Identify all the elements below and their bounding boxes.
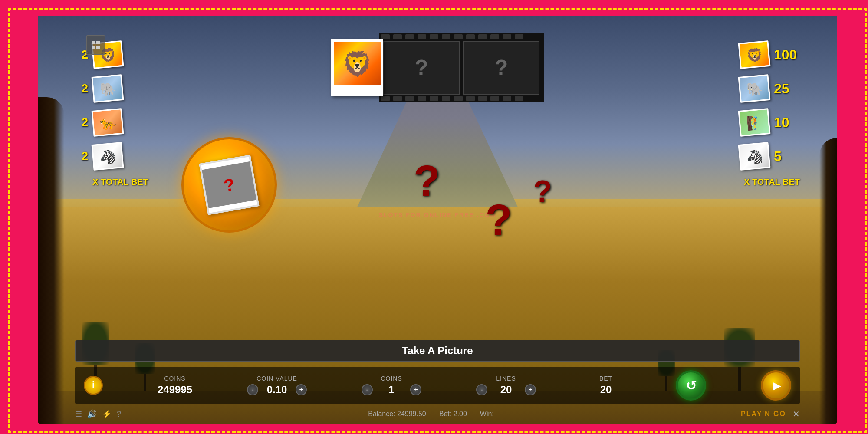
small-question-text: ?	[533, 174, 552, 208]
lion-photo: 🦁	[331, 39, 383, 96]
status-bar: ☰ 🔊 ⚡ ? Balance: 24999.50 Bet: 2.00 Win:	[75, 409, 800, 419]
right-elephant-symbol: 🐘	[740, 76, 769, 101]
coins-label: COINS	[164, 375, 185, 382]
right-symbol-card-human: 🧗	[738, 108, 771, 137]
bottom-bar: Take A Picture i COINS 249995 COIN VALUE…	[75, 340, 800, 404]
film-perforations-top	[379, 33, 544, 41]
right-lion-symbol: 🦁	[740, 42, 769, 67]
win-label: Win:	[480, 410, 494, 418]
bet-value: 20	[591, 384, 621, 396]
status-info: Balance: 24999.50 Bet: 2.00 Win:	[368, 410, 494, 418]
lines-row: - 20 +	[476, 384, 536, 396]
coin-value-plus[interactable]: +	[296, 384, 307, 395]
brand-logo: PLAY'N GO	[741, 410, 786, 418]
multiplier-4: 2	[75, 149, 88, 163]
right-paytable-row-2: 25 🐘	[713, 76, 800, 102]
right-symbol-card-elephant: 🐘	[738, 74, 771, 103]
bet-display: Bet: 2.00	[439, 410, 467, 418]
lines-group: LINES - 20 +	[476, 375, 536, 396]
paytable-row-4: 2 🦓	[75, 143, 162, 169]
x-total-bet-left: X TOTAL BET	[75, 177, 162, 187]
film-question-1: ?	[415, 55, 428, 80]
lines-plus[interactable]: +	[525, 384, 536, 395]
coin-value-row: - 0.10 +	[247, 384, 307, 396]
paytable-row-2: 2 🐘	[75, 76, 162, 102]
lines-value: 20	[491, 384, 521, 396]
coins2-row: - 1 +	[362, 384, 421, 396]
multiplier-2: 2	[75, 82, 88, 95]
symbol-card-elephant: 🐘	[92, 74, 124, 103]
film-question-2: ?	[495, 55, 508, 80]
pay-value-3: 10	[774, 115, 800, 131]
coins2-minus[interactable]: -	[362, 384, 373, 395]
right-human-symbol: 🧗	[740, 109, 769, 135]
take-picture-banner: Take A Picture	[75, 340, 800, 362]
symbol-card-leopard: 🐆	[92, 108, 124, 137]
spin-button[interactable]: ↺	[676, 370, 706, 401]
status-icons: ☰ 🔊 ⚡ ?	[75, 409, 121, 419]
game-container: SLOTS FOR ONLINE FREE .COM 🦁	[38, 16, 837, 424]
balance-value: 24999.50	[397, 410, 426, 418]
coin-value-label: COIN VALUE	[256, 375, 297, 382]
right-symbol-card-zebra: 🦓	[738, 142, 771, 171]
spin-icon: ↺	[686, 378, 697, 393]
menu-button[interactable]	[86, 35, 105, 55]
coins-value: 249995	[158, 384, 192, 396]
hamburger-icon[interactable]: ☰	[75, 409, 82, 419]
play-icon: ▶	[773, 379, 781, 392]
question-mark-large: ?	[414, 159, 440, 202]
leopard-symbol: 🐆	[93, 109, 122, 135]
right-symbol-card-lion: 🦁	[738, 40, 771, 69]
bet-status-value: 2.00	[454, 410, 467, 418]
pay-value-1: 100	[774, 47, 800, 63]
brand-area: PLAY'N GO ✕	[741, 409, 800, 419]
play-button[interactable]: ▶	[761, 370, 791, 401]
help-icon[interactable]: ?	[117, 410, 121, 419]
coin-value-value: 0.10	[262, 384, 292, 396]
left-paytable: 2 🦁 2 🐘 2 🐆 2 🦓	[75, 42, 162, 187]
film-frame-2: ?	[463, 41, 539, 95]
sound-icon[interactable]: 🔊	[87, 409, 97, 419]
coins-display: COINS 249995	[158, 375, 192, 396]
right-paytable-row-1: 100 🦁	[713, 42, 800, 68]
balance-display: Balance: 24999.50	[368, 410, 426, 418]
golden-circle-container: ?	[181, 137, 277, 233]
grid-icon	[92, 41, 100, 49]
med-question-text: ?	[485, 195, 512, 244]
multiplier-3: 2	[75, 115, 88, 129]
lines-label: LINES	[496, 375, 516, 382]
right-paytable-row-3: 10 🧗	[713, 109, 800, 135]
info-label: i	[92, 380, 95, 391]
lion-photo-inner: 🦁	[334, 42, 381, 85]
lightning-icon[interactable]: ⚡	[102, 409, 112, 419]
coins2-plus[interactable]: +	[410, 384, 421, 395]
controls-bar: i COINS 249995 COIN VALUE - 0.10 +	[75, 367, 800, 404]
bet-group: BET 20	[591, 375, 621, 396]
lines-minus[interactable]: -	[476, 384, 487, 395]
film-frame-1: ?	[383, 41, 460, 95]
film-strip: ? ?	[379, 33, 544, 102]
coins2-label: COINS	[381, 375, 402, 382]
coins2-value: 1	[376, 384, 407, 396]
golden-circle-reel[interactable]: ?	[181, 137, 277, 233]
paytable-row-3: 2 🐆	[75, 109, 162, 135]
win-display: Win:	[480, 410, 494, 418]
right-paytable: 100 🦁 25 🐘 10 🧗 5 🦓	[713, 42, 800, 187]
close-button[interactable]: ✕	[792, 409, 800, 419]
balance-label: Balance:	[368, 410, 395, 418]
right-paytable-row-4: 5 🦓	[713, 143, 800, 169]
zebra-symbol: 🦓	[93, 143, 122, 169]
elephant-symbol: 🐘	[93, 76, 122, 101]
film-perforations-bottom	[379, 95, 544, 102]
coin-value-minus[interactable]: -	[247, 384, 258, 395]
question-mark-medium: ?	[485, 198, 512, 241]
big-question-text: ?	[414, 156, 440, 205]
info-button[interactable]: i	[84, 376, 103, 395]
film-frames: ? ?	[383, 41, 539, 95]
pay-value-2: 25	[774, 81, 800, 97]
bet-status-label: Bet:	[439, 410, 451, 418]
outer-border: SLOTS FOR ONLINE FREE .COM 🦁	[0, 0, 868, 434]
x-total-bet-right: X TOTAL BET	[713, 177, 800, 187]
right-zebra-symbol: 🦓	[740, 143, 769, 169]
question-mark-small: ?	[533, 176, 552, 207]
